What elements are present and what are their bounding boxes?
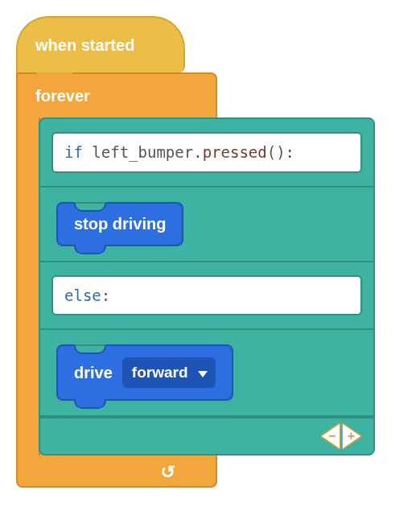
else-box[interactable]: else:	[51, 275, 362, 316]
stop-driving-block[interactable]: stop driving	[56, 202, 183, 246]
else-keyword: else	[64, 286, 101, 304]
forever-label: forever	[35, 87, 90, 105]
drive-label: drive	[74, 364, 113, 382]
forever-head: forever	[16, 72, 217, 117]
if-body: stop driving	[40, 186, 373, 262]
else-tail: :	[101, 286, 110, 304]
plus-icon: +	[348, 429, 355, 443]
forever-body: if left_bumper.pressed(): stop driving	[16, 117, 370, 455]
if-tail: ():	[267, 143, 294, 161]
block-stack: when started forever if left_bumper.pres…	[16, 16, 370, 488]
forever-foot: ↻	[16, 455, 217, 488]
forever-block[interactable]: forever if left_bumper.pressed():	[16, 72, 370, 488]
when-started-hat[interactable]: when started	[16, 16, 185, 72]
if-condition-box[interactable]: if left_bumper.pressed():	[51, 132, 362, 173]
if-keyword: if	[64, 143, 83, 161]
loop-arrow-icon: ↻	[161, 462, 175, 483]
else-body: drive forward	[40, 328, 373, 417]
remove-branch-button[interactable]: −	[322, 424, 340, 448]
if-else-block[interactable]: if left_bumper.pressed(): stop driving	[39, 117, 375, 455]
else-row: else:	[40, 262, 373, 329]
hat-label: when started	[35, 36, 134, 55]
drive-direction-dropdown[interactable]: forward	[122, 357, 216, 388]
if-row: if left_bumper.pressed():	[40, 119, 373, 186]
if-method: pressed	[203, 143, 267, 161]
drive-block[interactable]: drive forward	[56, 344, 233, 401]
if-identifier: left_bumper	[92, 143, 193, 161]
stop-driving-label: stop driving	[74, 215, 166, 233]
minus-icon: −	[328, 429, 336, 443]
dropdown-value: forward	[132, 364, 188, 381]
if-else-footer: − +	[40, 417, 373, 454]
add-branch-button[interactable]: +	[343, 424, 360, 448]
